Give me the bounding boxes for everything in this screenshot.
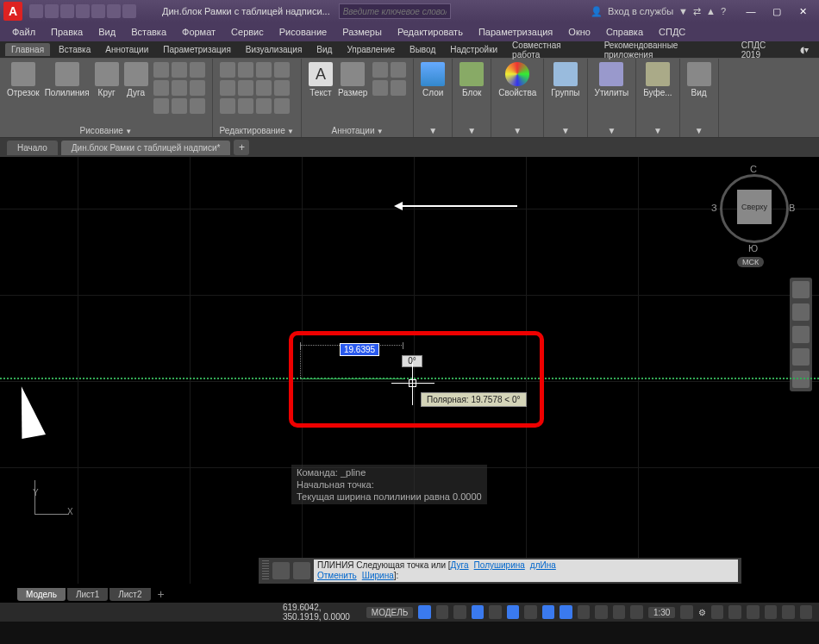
menu-dims[interactable]: Размеры bbox=[335, 25, 389, 39]
trim-icon[interactable] bbox=[256, 62, 272, 78]
tab-featured[interactable]: Рекомендованные приложения bbox=[598, 39, 733, 61]
tab-insert[interactable]: Вставка bbox=[53, 43, 97, 56]
exchange-icon[interactable]: ⇄ bbox=[693, 6, 701, 17]
panel-util-drop[interactable]: ▼ bbox=[595, 124, 629, 135]
viewcube[interactable]: Сверху С Ю В З МСК bbox=[716, 164, 793, 259]
viewcube-face[interactable]: Сверху bbox=[737, 190, 772, 224]
utilities-button[interactable]: Утилиты bbox=[595, 62, 629, 97]
maximize-button[interactable]: ▢ bbox=[764, 3, 790, 20]
status-ortho-icon[interactable] bbox=[453, 605, 466, 619]
table-icon[interactable] bbox=[391, 62, 406, 78]
erase-icon[interactable] bbox=[274, 62, 290, 78]
menu-draw[interactable]: Рисование bbox=[272, 25, 334, 39]
draw-tool-icon[interactable] bbox=[172, 98, 187, 114]
user-icon[interactable]: 👤 bbox=[591, 6, 603, 17]
status-customize-icon[interactable] bbox=[800, 605, 813, 619]
array-icon[interactable] bbox=[256, 98, 272, 114]
status-monitor-icon[interactable] bbox=[728, 605, 741, 619]
status-coordinates[interactable]: 619.6042, 350.1919, 0.0000 bbox=[283, 603, 361, 622]
menu-view[interactable]: Вид bbox=[91, 25, 122, 39]
command-input[interactable]: ПЛИНИЯ Следующая точка или [Дуга Полушир… bbox=[314, 560, 738, 582]
status-annovisibility-icon[interactable] bbox=[680, 605, 693, 619]
status-dyn-icon[interactable] bbox=[560, 605, 572, 619]
draw-tool-icon[interactable] bbox=[153, 98, 169, 114]
qat-open-icon[interactable] bbox=[45, 4, 59, 18]
tab-annotate[interactable]: Аннотации bbox=[99, 43, 154, 56]
status-lwt-icon[interactable] bbox=[578, 605, 591, 619]
help-icon[interactable]: ? bbox=[721, 6, 726, 16]
nav-orbit-icon[interactable] bbox=[792, 348, 810, 366]
layout-tab-sheet2[interactable]: Лист2 bbox=[109, 588, 150, 601]
tab-addins[interactable]: Надстройки bbox=[444, 43, 503, 56]
doctab-start[interactable]: Начало bbox=[7, 141, 58, 155]
fillet-icon[interactable] bbox=[256, 80, 272, 96]
qat-redo-icon[interactable] bbox=[122, 4, 136, 18]
move-icon[interactable] bbox=[220, 62, 235, 78]
menu-window[interactable]: Окно bbox=[561, 25, 597, 39]
status-modelspace[interactable]: МОДЕЛЬ bbox=[366, 607, 413, 618]
status-scale[interactable]: 1:30 bbox=[648, 607, 675, 618]
login-dropdown-icon[interactable]: ▼ bbox=[678, 6, 688, 16]
properties-button[interactable]: Свойства bbox=[498, 62, 536, 97]
status-gear-icon[interactable]: ⚙ bbox=[698, 608, 706, 617]
panel-block-drop[interactable]: ▼ bbox=[460, 124, 484, 135]
panel-props-drop[interactable]: ▼ bbox=[498, 124, 536, 135]
status-isodraft-icon[interactable] bbox=[489, 605, 502, 619]
explode-icon[interactable] bbox=[274, 80, 290, 96]
cmd-kwd-halfwidth[interactable]: Полуширина bbox=[474, 560, 525, 570]
tab-manage[interactable]: Управление bbox=[341, 43, 401, 56]
layout-tab-model[interactable]: Модель bbox=[17, 588, 66, 601]
rotate-icon[interactable] bbox=[238, 62, 253, 78]
arc-button[interactable]: Дуга bbox=[124, 62, 148, 97]
nav-showmotion-icon[interactable] bbox=[792, 371, 810, 388]
menu-modify[interactable]: Редактировать bbox=[391, 25, 470, 39]
block-button[interactable]: Блок bbox=[460, 62, 484, 97]
qat-undo-icon[interactable] bbox=[107, 4, 121, 18]
circle-button[interactable]: Круг bbox=[95, 62, 119, 97]
menu-file[interactable]: Файл bbox=[5, 25, 42, 39]
clipboard-button[interactable]: Буфе... bbox=[643, 62, 672, 97]
groups-button[interactable]: Группы bbox=[551, 62, 579, 97]
ucs-dropdown[interactable]: МСК bbox=[737, 257, 764, 267]
tab-param[interactable]: Параметризация bbox=[157, 43, 237, 56]
tab-visual[interactable]: Визуализация bbox=[240, 43, 308, 56]
doctab-current[interactable]: Дин.блок Рамки с таблицей надписи* bbox=[61, 141, 231, 155]
panel-layers-drop[interactable]: ▼ bbox=[421, 124, 445, 135]
cmd-kwd-arc[interactable]: Дуга bbox=[451, 560, 469, 570]
status-annoscale-icon[interactable] bbox=[630, 605, 643, 619]
qat-saveas-icon[interactable] bbox=[76, 4, 90, 18]
close-button[interactable]: ✕ bbox=[790, 3, 816, 20]
menu-param[interactable]: Параметризация bbox=[472, 25, 560, 39]
viewcube-east[interactable]: В bbox=[789, 203, 795, 213]
tab-spds[interactable]: СПДС 2019 bbox=[735, 39, 792, 61]
line-button[interactable]: Отрезок bbox=[7, 62, 40, 97]
draw-tool-icon[interactable] bbox=[190, 80, 205, 96]
nav-zoom-icon[interactable] bbox=[792, 326, 810, 343]
login-link[interactable]: Вход в службы bbox=[608, 6, 673, 16]
menu-help[interactable]: Справка bbox=[599, 25, 650, 39]
tab-collab[interactable]: Совместная работа bbox=[506, 39, 596, 61]
draw-tool-icon[interactable] bbox=[190, 62, 205, 78]
viewcube-south[interactable]: Ю bbox=[748, 243, 758, 253]
draw-tool-icon[interactable] bbox=[172, 62, 187, 78]
panel-modify-title[interactable]: Редактирование bbox=[220, 124, 294, 135]
menu-insert[interactable]: Вставка bbox=[124, 25, 173, 39]
menu-service[interactable]: Сервис bbox=[224, 25, 271, 39]
cmd-recent-icon[interactable] bbox=[293, 562, 310, 579]
status-cleanscreen-icon[interactable] bbox=[782, 605, 795, 619]
nav-wheel-icon[interactable] bbox=[792, 281, 810, 298]
cmd-kwd-undo[interactable]: Отменить bbox=[317, 571, 357, 580]
viewcube-north[interactable]: С bbox=[750, 164, 757, 174]
status-grid-icon[interactable] bbox=[418, 605, 431, 619]
offset-icon[interactable] bbox=[274, 98, 290, 114]
qat-plot-icon[interactable] bbox=[91, 4, 105, 18]
layout-add-button[interactable]: + bbox=[153, 587, 170, 601]
status-osnap-icon[interactable] bbox=[507, 605, 520, 619]
command-line[interactable]: ПЛИНИЯ Следующая точка или [Дуга Полушир… bbox=[259, 558, 741, 584]
stretch-icon[interactable] bbox=[220, 98, 235, 114]
layers-button[interactable]: Слои bbox=[421, 62, 445, 97]
status-3dosnap-icon[interactable] bbox=[524, 605, 537, 619]
panel-view-drop[interactable]: ▼ bbox=[687, 124, 711, 135]
search-input[interactable] bbox=[339, 3, 451, 19]
draw-tool-icon[interactable] bbox=[172, 80, 187, 96]
